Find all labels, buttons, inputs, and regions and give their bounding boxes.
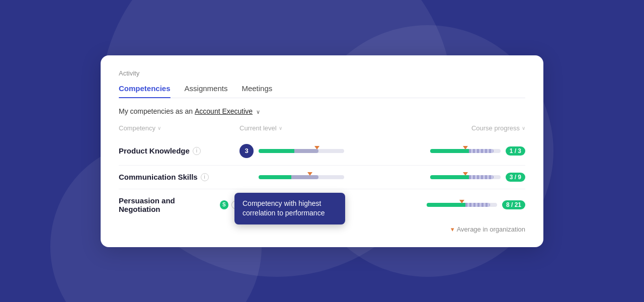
info-icon[interactable]: i (193, 147, 201, 155)
tab-assignments[interactable]: Assignments (185, 84, 228, 98)
level-sort-icon: ∨ (279, 125, 282, 131)
avg-label: ▾ Average in organization (119, 225, 525, 233)
level-badge: 3 (239, 144, 254, 158)
role-prefix: My competencies as an (119, 107, 193, 115)
course-cell-persuasion: 8 / 21 (425, 200, 525, 209)
role-link[interactable]: Account Executive (195, 107, 253, 115)
course-cell-product-knowledge: 1 / 3 (425, 146, 525, 156)
course-badge-product-knowledge: 1 / 3 (506, 146, 525, 156)
role-chevron: ∨ (256, 109, 260, 115)
table-row: Product Knowledge i 3 1 / 3 (119, 137, 525, 166)
course-bar-persuasion (427, 203, 497, 207)
col-header-course[interactable]: Course progress ∨ (425, 124, 525, 132)
competency-sort-icon: ∨ (157, 125, 161, 131)
tab-competencies[interactable]: Competencies (119, 84, 171, 98)
s-badge-icon: S (220, 200, 229, 209)
competency-name-product-knowledge: Product Knowledge i (119, 146, 239, 155)
activity-label: Activity (119, 69, 525, 77)
course-cell-communication: 3 / 9 (425, 173, 525, 182)
course-bar-communication (430, 175, 501, 179)
level-bar-product-knowledge (259, 149, 344, 153)
course-badge-persuasion: 8 / 21 (502, 200, 525, 209)
tab-meetings[interactable]: Meetings (242, 84, 272, 98)
tooltip-correlation: Competency with highest correlation to p… (234, 193, 345, 224)
level-bar-communication (259, 175, 344, 179)
level-cell-communication (239, 175, 425, 179)
main-card: Activity Competencies Assignments Meetin… (101, 55, 543, 247)
avg-arrow-icon: ▾ (451, 225, 454, 233)
info-icon[interactable]: i (201, 173, 209, 181)
table-row: Communication Skills i 3 / 9 Compe (119, 166, 525, 189)
course-sort-icon: ∨ (522, 125, 525, 131)
col-header-competency[interactable]: Competency ∨ (119, 124, 239, 132)
table-header: Competency ∨ Current level ∨ Course prog… (119, 124, 525, 134)
competency-name-persuasion: Persuasion and Negotiation S i (119, 196, 239, 213)
course-bar-product-knowledge (430, 149, 501, 153)
col-header-level[interactable]: Current level ∨ (239, 124, 425, 132)
level-cell-product-knowledge: 3 (239, 144, 425, 158)
tabs-nav: Competencies Assignments Meetings (119, 84, 525, 98)
course-badge-communication: 3 / 9 (506, 173, 525, 182)
competency-name-communication: Communication Skills i (119, 173, 239, 181)
role-line: My competencies as an Account Executive … (119, 107, 525, 115)
